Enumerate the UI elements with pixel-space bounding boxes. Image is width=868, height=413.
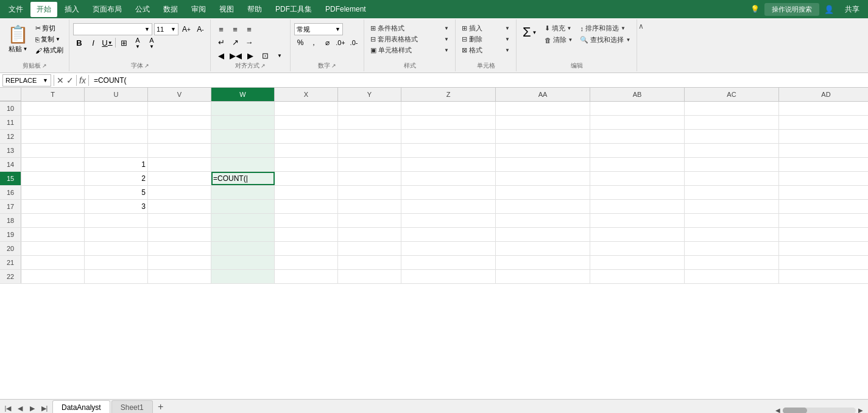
cell-V16[interactable] [148,186,211,199]
cell-AA15[interactable] [496,172,590,185]
cell-T18[interactable] [21,214,85,227]
clipboard-expand-icon[interactable]: ↗ [42,63,47,69]
cell-AA13[interactable] [496,144,590,157]
bold-button[interactable]: B [73,37,85,49]
sheet-nav-first[interactable]: |◀ [2,403,13,413]
cell-T14[interactable] [21,158,85,171]
cell-AB10[interactable] [590,102,685,115]
cell-Y19[interactable] [338,228,401,241]
cell-AD10[interactable] [779,102,868,115]
font-size-decrease-button[interactable]: A- [194,23,206,35]
sort-filter-button[interactable]: ↕ 排序和筛选 ▼ [577,23,633,34]
cell-AB20[interactable] [590,242,685,255]
cell-Y16[interactable] [338,186,401,199]
cell-AC16[interactable] [685,186,779,199]
share-button[interactable]: 共享 [839,2,866,16]
cell-X18[interactable] [275,214,338,227]
cell-T10[interactable] [21,102,85,115]
col-header-T[interactable]: T [21,88,85,101]
cell-X14[interactable] [275,158,338,171]
font-color-button[interactable]: A ▼ [146,37,158,49]
row-num-14[interactable]: 14 [0,158,21,171]
cell-Z10[interactable] [401,102,496,115]
scroll-track[interactable] [783,408,856,414]
cell-W15[interactable]: =COUNT(| COUNT(value1, [value2], ...) [211,172,275,185]
align-top-right-button[interactable]: ≡ [242,23,256,35]
cell-AC17[interactable] [685,200,779,213]
cell-Z12[interactable] [401,130,496,143]
cell-W21[interactable] [211,256,275,269]
cell-AD17[interactable] [779,200,868,213]
menu-formula[interactable]: 公式 [129,2,156,17]
cell-Z18[interactable] [401,214,496,227]
cell-Z15[interactable] [401,172,496,185]
cell-U12[interactable] [85,130,148,143]
col-header-AA[interactable]: AA [496,88,590,101]
col-header-AB[interactable]: AB [590,88,685,101]
cell-Y15[interactable] [338,172,401,185]
cell-T11[interactable] [21,116,85,129]
cell-W16[interactable] [211,186,275,199]
row-num-22[interactable]: 22 [0,270,21,283]
cell-AA12[interactable] [496,130,590,143]
cell-V22[interactable] [148,270,211,283]
cell-AC19[interactable] [685,228,779,241]
cell-reference-box[interactable]: REPLACE ▼ [2,74,51,86]
cell-V12[interactable] [148,130,211,143]
cell-Z13[interactable] [401,144,496,157]
cell-U10[interactable] [85,102,148,115]
cell-AC14[interactable] [685,158,779,171]
row-num-16[interactable]: 16 [0,186,21,199]
cell-X10[interactable] [275,102,338,115]
scroll-right-icon[interactable]: ▶ [858,407,863,413]
border-button[interactable]: ⊞ [118,37,130,49]
cell-AB21[interactable] [590,256,685,269]
cell-T13[interactable] [21,144,85,157]
sheet-nav-next[interactable]: ▶ [27,403,38,413]
align-left-button[interactable]: ◀ [214,49,228,62]
cell-Y10[interactable] [338,102,401,115]
cell-Z21[interactable] [401,256,496,269]
cell-Y11[interactable] [338,116,401,129]
comma-button[interactable]: ⌀ [321,37,333,49]
cell-AD21[interactable] [779,256,868,269]
wrap-text-button[interactable]: ↵ [214,36,228,48]
cell-X11[interactable] [275,116,338,129]
cell-AD15[interactable] [779,172,868,185]
cell-AB15[interactable] [590,172,685,185]
cell-U16[interactable]: 5 [85,186,148,199]
cell-V11[interactable] [148,116,211,129]
scroll-left-icon[interactable]: ◀ [775,407,780,413]
align-right-button[interactable]: ▶ [244,49,257,62]
menu-data[interactable]: 数据 [157,2,184,17]
cell-Y18[interactable] [338,214,401,227]
row-num-20[interactable]: 20 [0,242,21,255]
align-center-button[interactable]: ▶◀ [229,49,242,62]
cell-Y17[interactable] [338,200,401,213]
cell-T16[interactable] [21,186,85,199]
cell-V14[interactable] [148,158,211,171]
cell-AC12[interactable] [685,130,779,143]
sheet-nav-last[interactable]: ▶| [39,403,50,413]
formula-confirm-icon[interactable]: ✓ [66,76,74,85]
merge-dropdown[interactable]: ▼ [273,49,286,62]
number-format-selector[interactable]: 常规 ▼ [294,23,343,35]
cell-AA18[interactable] [496,214,590,227]
indent-button[interactable]: → [242,36,256,48]
delete-button[interactable]: ⊟ 删除 ▼ [459,34,512,44]
fx-button[interactable]: fx [79,76,86,85]
cell-AB13[interactable] [590,144,685,157]
cell-W19[interactable] [211,228,275,241]
cell-AC10[interactable] [685,102,779,115]
menu-file[interactable]: 文件 [2,2,29,17]
cell-V15[interactable] [148,172,211,185]
ribbon-collapse-button[interactable]: ∧ [637,19,645,71]
cell-X20[interactable] [275,242,338,255]
cell-X13[interactable] [275,144,338,157]
cell-V17[interactable] [148,200,211,213]
sheet-nav-prev[interactable]: ◀ [15,403,26,413]
cell-AA22[interactable] [496,270,590,283]
italic-button[interactable]: I [87,37,99,49]
cell-AB16[interactable] [590,186,685,199]
cell-AA19[interactable] [496,228,590,241]
